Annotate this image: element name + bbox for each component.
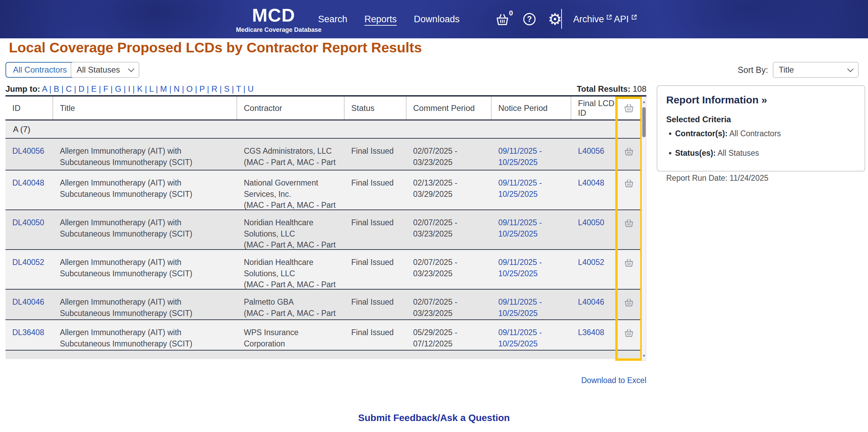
nav-search[interactable]: Search: [318, 14, 347, 25]
selected-criteria-heading: Selected Criteria: [666, 115, 856, 124]
cell-final-lcd-id: L40052: [571, 250, 616, 289]
final-lcd-id-link[interactable]: L40046: [578, 297, 604, 306]
proposed-lcd-id-link[interactable]: DL40050: [12, 218, 44, 227]
mcd-report-page: MCD Medicare Coverage Database SearchRep…: [0, 0, 868, 432]
cell-basket[interactable]: [616, 320, 642, 350]
api-link[interactable]: API: [614, 0, 637, 38]
cell-contractor: WPS Insurance Corporation (MAC - Part A,…: [237, 320, 344, 350]
table-row: DL40056 Allergen Immunotherapy (AIT) wit…: [5, 139, 642, 170]
cell-notice-period: 09/11/2025 - 10/25/2025: [491, 210, 571, 249]
cell-contractor: Palmetto GBA (MAC - Part A, MAC - Part B…: [237, 290, 344, 319]
scroll-down-arrow[interactable]: ▼: [642, 352, 646, 360]
cell-basket[interactable]: [616, 210, 642, 249]
nav-reports[interactable]: Reports: [365, 14, 397, 25]
submit-feedback-link[interactable]: Submit Feedback/Ask a Question: [358, 412, 510, 423]
notice-period-link[interactable]: 09/11/2025 - 10/25/2025: [498, 218, 542, 238]
sortby-group: Sort By: Title: [738, 62, 858, 78]
total-results: Total Results: 108: [5, 84, 646, 94]
all-statuses-value: All Statuses: [77, 65, 120, 75]
cell-final-lcd-id: L40056: [571, 139, 616, 170]
sortby-value: Title: [779, 65, 794, 75]
basket-icon: [624, 147, 634, 156]
basket-icon: [624, 179, 634, 188]
api-label: API: [614, 14, 629, 25]
cell-notice-period: 09/11/2025 - 10/25/2025: [491, 139, 571, 170]
cell-contractor: CGS Administrators, LLC (MAC - Part A, M…: [237, 139, 344, 170]
basket-icon: [495, 13, 510, 26]
mcd-logo[interactable]: MCD Medicare Coverage Database: [236, 5, 311, 34]
criteria-label: Contractor(s):: [675, 129, 727, 138]
cell-basket[interactable]: [616, 139, 642, 170]
column-header-status: Status: [344, 97, 406, 119]
cell-id: DL40046: [5, 290, 53, 319]
criteria-list: Contractor(s): All Contractors Status(es…: [666, 129, 856, 158]
cell-basket[interactable]: [616, 250, 642, 289]
cell-id: DL36408: [5, 320, 53, 350]
download-to-excel-link[interactable]: Download to Excel: [581, 376, 647, 385]
sortby-select[interactable]: Title: [773, 62, 858, 78]
notice-period-link[interactable]: 09/11/2025 - 10/25/2025: [498, 178, 542, 199]
table-row: DL40048 Allergen Immunotherapy (AIT) wit…: [5, 170, 642, 210]
basket-column-header: [616, 97, 642, 119]
column-header-contractor: Contractor: [237, 97, 344, 119]
cell-basket[interactable]: [616, 170, 642, 209]
scroll-up-arrow[interactable]: ▲: [642, 98, 646, 106]
column-header-title: Title: [53, 97, 237, 119]
notice-period-link[interactable]: 09/11/2025 - 10/25/2025: [498, 297, 542, 318]
final-lcd-id-link[interactable]: L40048: [578, 178, 604, 187]
column-header-notice-period: Notice Period: [491, 97, 571, 119]
all-statuses-select[interactable]: All Statuses: [71, 62, 139, 78]
final-lcd-id-link[interactable]: L40050: [578, 218, 604, 227]
external-link-icon: [606, 14, 612, 20]
cart-basket-button[interactable]: 0: [495, 12, 511, 27]
group-label: A (7): [13, 125, 30, 134]
sortby-label: Sort By:: [738, 65, 768, 75]
basket-icon: [624, 258, 634, 267]
cell-id: DL40048: [5, 170, 53, 209]
archive-label: Archive: [573, 14, 604, 25]
cell-status: Final Issued: [344, 170, 406, 209]
cell-id: DL40056: [5, 139, 53, 170]
notice-period-link[interactable]: 09/11/2025 - 10/25/2025: [498, 147, 542, 167]
cell-title: Allergen Immunotherapy (AIT) with Subcut…: [53, 250, 237, 289]
cell-status: Final Issued: [344, 320, 406, 350]
logo-text: MCD: [236, 5, 311, 25]
cell-final-lcd-id: L40046: [571, 290, 616, 319]
cell-comment-period: 02/07/2025 - 03/23/2025: [406, 210, 491, 249]
total-results-value: 108: [633, 84, 646, 93]
feedback: Submit Feedback/Ask a Question: [0, 412, 868, 423]
cell-status: Final Issued: [344, 139, 406, 170]
gear-icon[interactable]: ⚙: [548, 11, 562, 27]
main-nav: SearchReportsDownloads: [318, 0, 460, 38]
notice-period-link[interactable]: 09/11/2025 - 10/25/2025: [498, 258, 542, 278]
nav-downloads[interactable]: Downloads: [414, 14, 460, 25]
cell-title: Allergen Immunotherapy (AIT) with Subcut…: [53, 290, 237, 319]
proposed-lcd-id-link[interactable]: DL36408: [12, 328, 44, 337]
cell-contractor: Noridian Healthcare Solutions, LLC (MAC …: [237, 210, 344, 249]
proposed-lcd-id-link[interactable]: DL40052: [12, 258, 44, 267]
final-lcd-id-link[interactable]: L36408: [578, 328, 604, 337]
scrollbar-thumb[interactable]: [642, 107, 646, 137]
criteria-value: All Statuses: [718, 149, 759, 157]
header-divider: [561, 9, 562, 29]
cell-comment-period: 02/07/2025 - 03/23/2025: [406, 290, 491, 319]
proposed-lcd-id-link[interactable]: DL40056: [12, 147, 44, 155]
final-lcd-id-link[interactable]: L40052: [578, 258, 604, 267]
report-information-title[interactable]: Report Information »: [666, 94, 856, 106]
vertical-scrollbar[interactable]: ▲ ▼: [642, 97, 646, 361]
table-row: DL40052 Allergen Immunotherapy (AIT) wit…: [5, 250, 642, 290]
cell-contractor: Noridian Healthcare Solutions, LLC (MAC …: [237, 250, 344, 289]
table-row: DL40046 Allergen Immunotherapy (AIT) wit…: [5, 290, 642, 320]
criteria-statuses: Status(es): All Statuses: [666, 149, 856, 158]
chevron-down-icon: [128, 66, 134, 72]
cell-basket[interactable]: [616, 290, 642, 319]
column-header-comment-period: Comment Period: [406, 97, 491, 119]
cell-title: Allergen Immunotherapy (AIT) with Subcut…: [53, 170, 237, 209]
notice-period-link[interactable]: 09/11/2025 - 10/25/2025: [498, 328, 542, 348]
final-lcd-id-link[interactable]: L40056: [578, 147, 604, 155]
cell-id: DL40050: [5, 210, 53, 249]
help-icon[interactable]: ?: [523, 13, 536, 25]
archive-link[interactable]: Archive: [573, 0, 612, 38]
proposed-lcd-id-link[interactable]: DL40048: [12, 178, 44, 187]
proposed-lcd-id-link[interactable]: DL40046: [12, 297, 44, 306]
